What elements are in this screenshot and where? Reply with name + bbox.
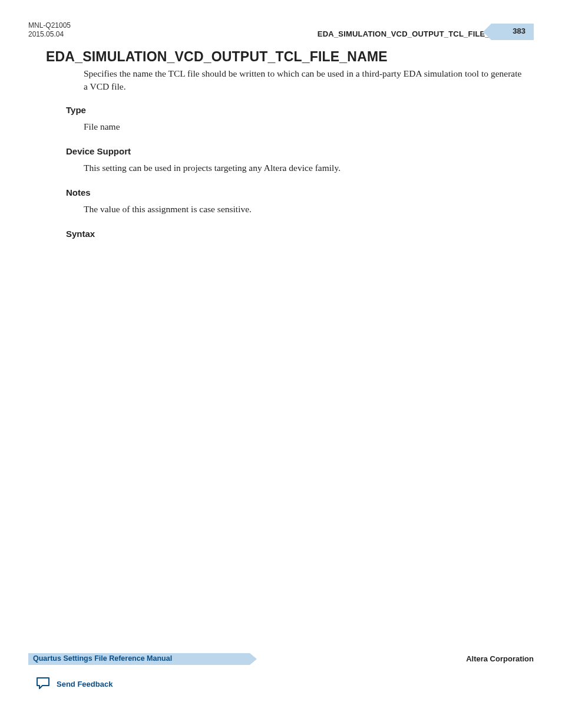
footer-company: Altera Corporation	[466, 654, 534, 663]
send-feedback-label: Send Feedback	[57, 680, 113, 689]
page-title: EDA_SIMULATION_VCD_OUTPUT_TCL_FILE_NAME	[46, 49, 388, 65]
section-heading-type: Type	[66, 105, 86, 115]
page-number: 383	[513, 27, 525, 35]
section-heading-notes: Notes	[66, 187, 91, 197]
doc-code: MNL-Q21005	[28, 21, 71, 30]
section-body-notes: The value of this assignment is case sen…	[84, 203, 527, 216]
send-feedback-link[interactable]: Send Feedback	[35, 676, 113, 692]
section-body-type: File name	[84, 120, 527, 133]
page-number-box: 383	[491, 24, 534, 40]
page-description: Specifies the name the TCL file should b…	[84, 67, 527, 94]
comment-icon	[35, 676, 51, 692]
footer-manual-name: Quartus Settings File Reference Manual	[33, 654, 172, 663]
header-meta: MNL-Q21005 2015.05.04	[28, 21, 71, 39]
section-heading-syntax: Syntax	[66, 229, 95, 239]
section-heading-device-support: Device Support	[66, 146, 131, 156]
footer-manual-bar: Quartus Settings File Reference Manual	[28, 653, 250, 665]
doc-date: 2015.05.04	[28, 30, 71, 39]
section-body-device-support: This setting can be used in projects tar…	[84, 162, 527, 174]
